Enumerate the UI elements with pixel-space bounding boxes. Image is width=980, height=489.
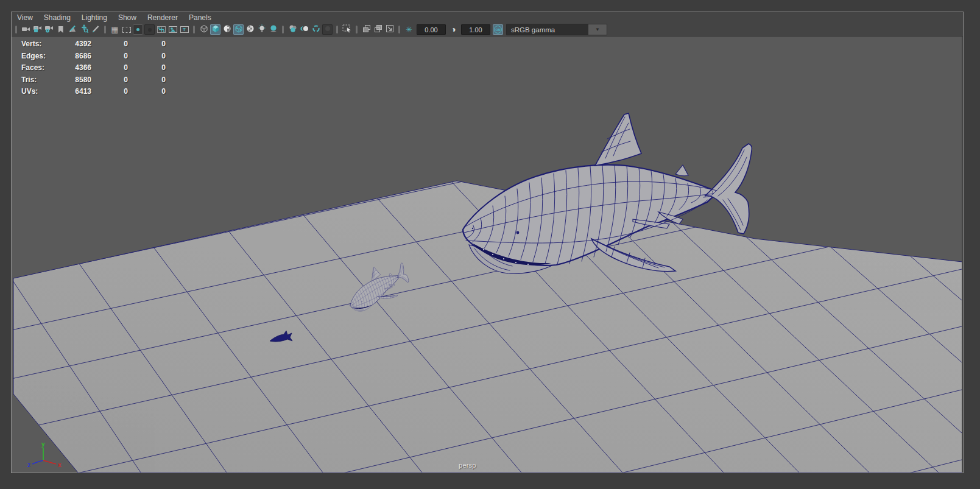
redo-view-change-button[interactable] [90, 24, 100, 35]
gate-mask-button[interactable] [144, 24, 155, 35]
camera-attributes-button[interactable] [44, 24, 54, 35]
camera-tumble-tool-button[interactable] [79, 24, 89, 35]
toolbar-separator [15, 26, 17, 33]
chevron-down-icon: ▼ [588, 24, 607, 35]
hud-row-edges: Edges: 8686 0 0 [21, 51, 166, 63]
wireframe-cube-icon [200, 24, 208, 35]
menu-show[interactable]: Show [113, 12, 142, 23]
hud-value: 0 [91, 74, 128, 86]
pan-layers-icon [362, 24, 371, 35]
contrast-button[interactable]: ◑ [448, 24, 459, 35]
shaded-display-button[interactable] [210, 24, 220, 35]
contrast-icon: ◑ [451, 26, 456, 33]
field-chart-icon [157, 24, 166, 35]
exposure-field[interactable]: 0.00 [417, 24, 446, 35]
depth-of-field-button[interactable] [322, 24, 333, 35]
select-camera-button[interactable] [21, 24, 31, 35]
toolbar-separator [193, 26, 195, 33]
move-camera-icon [80, 24, 88, 35]
pan-2d-button[interactable] [361, 24, 372, 35]
toolbar-separator [356, 26, 358, 33]
zoom-layers-icon [374, 24, 382, 35]
menu-renderer[interactable]: Renderer [142, 12, 183, 23]
show-grid-button[interactable]: ▦ [110, 24, 120, 35]
shadows-button[interactable] [268, 24, 278, 35]
gate-mask-icon [148, 28, 152, 32]
isolate-select-button[interactable] [342, 24, 352, 35]
resolution-gate-icon [136, 28, 139, 31]
hud-row-verts: Verts: 4392 0 0 [21, 38, 166, 51]
anti-aliasing-icon [312, 24, 320, 35]
safe-title-button[interactable]: T [179, 24, 189, 35]
hud-row-uvs: UVs: 6413 0 0 [21, 86, 166, 98]
textured-display-button[interactable] [233, 24, 244, 35]
hud-row-tris: Tris: 8580 0 0 [21, 74, 166, 86]
bookmark-icon [58, 26, 63, 33]
contrast-field[interactable]: 1.00 [461, 24, 490, 35]
menu-lighting[interactable]: Lighting [76, 12, 113, 23]
hud-value: 4366 [75, 62, 91, 74]
gamma-on-icon: ON [494, 26, 502, 33]
axis-y-label: y [41, 441, 45, 448]
toolbar-separator [282, 26, 284, 33]
hud-label: UVs: [21, 86, 75, 98]
hud-value: 0 [128, 62, 166, 74]
wireframe-on-shaded-button[interactable] [222, 24, 232, 35]
ambient-occlusion-button[interactable] [287, 24, 298, 35]
application-window: View Shading Lighting Show Renderer Pane… [0, 0, 980, 489]
view-transform-value: sRGB gamma [507, 24, 588, 35]
hud-value: 0 [128, 74, 166, 86]
toolbar-separator [336, 26, 338, 33]
use-default-material-button[interactable] [245, 24, 255, 35]
grease-pencil-button[interactable] [67, 24, 77, 35]
hud-label: Edges: [21, 51, 75, 63]
hud-value: 8686 [75, 51, 91, 63]
safe-action-button[interactable] [167, 24, 178, 35]
depth-of-field-icon [323, 24, 332, 35]
zoom-2d-button[interactable] [373, 24, 383, 35]
camera-gear-icon [44, 24, 54, 35]
bookmark-button[interactable] [55, 24, 66, 35]
resolution-gate-button[interactable] [133, 24, 143, 35]
view-transform-dropdown[interactable]: sRGB gamma ▼ [506, 24, 607, 35]
panel-toolbar: ▦ T [12, 23, 963, 37]
safe-action-icon [169, 24, 177, 35]
camera-name-label: persp [459, 462, 476, 469]
pencil-icon [91, 24, 100, 35]
image-plane-icon [386, 24, 394, 35]
lighting-button[interactable] [256, 24, 267, 35]
lock-camera-button[interactable] [32, 24, 43, 35]
gamma-correction-toggle[interactable]: ON [493, 24, 503, 35]
hud-value: 0 [128, 51, 166, 63]
ambient-occlusion-icon [289, 24, 297, 35]
hud-label: Verts: [21, 38, 75, 51]
hud-value: 0 [91, 51, 128, 63]
image-plane-button[interactable] [384, 24, 395, 35]
camera-icon [21, 24, 30, 35]
menu-panels[interactable]: Panels [183, 12, 217, 23]
isolate-select-icon [342, 24, 351, 35]
hud-value: 0 [91, 38, 128, 51]
hud-row-faces: Faces: 4366 0 0 [21, 62, 166, 74]
film-gate-button[interactable] [121, 24, 132, 35]
wireframe-display-button[interactable] [199, 24, 209, 35]
viewport-canvas[interactable]: Verts: 4392 0 0 Edges: 8686 0 0 Faces: 4… [12, 37, 962, 473]
hud-value: 0 [128, 38, 166, 51]
heads-up-display-polycount: Verts: 4392 0 0 Edges: 8686 0 0 Faces: 4… [21, 38, 166, 98]
menu-shading[interactable]: Shading [38, 12, 76, 23]
exposure-button[interactable]: ✳ [404, 24, 414, 35]
field-chart-button[interactable] [156, 24, 166, 35]
light-bulb-icon [258, 24, 266, 35]
anti-aliasing-button[interactable] [311, 24, 321, 35]
hud-value: 6413 [75, 86, 91, 98]
axis-x-label: x [58, 462, 62, 468]
menu-view[interactable]: View [13, 12, 38, 23]
axis-z-label: z [27, 462, 30, 468]
textured-cube-icon [234, 24, 243, 35]
hud-label: Faces: [21, 62, 75, 74]
hud-label: Tris: [21, 74, 75, 86]
maya-viewport-panel: View Shading Lighting Show Renderer Pane… [11, 12, 964, 473]
motion-blur-button[interactable] [299, 24, 309, 35]
camera-lock-icon [33, 24, 42, 35]
toolbar-separator [398, 26, 400, 33]
